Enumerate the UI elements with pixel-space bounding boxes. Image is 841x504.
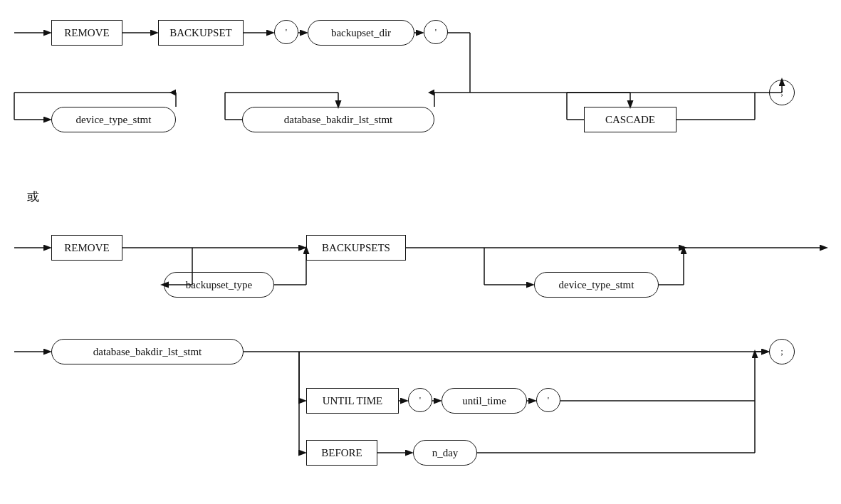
n-day-label: n_day	[432, 447, 459, 459]
backupset-box-1: BACKUPSET	[158, 20, 244, 46]
until-time-value-box: until_time	[442, 388, 527, 414]
backupset-type-box: backupset_type	[164, 272, 274, 298]
n-day-box: n_day	[413, 440, 477, 466]
semicolon-circle-1: ;	[769, 80, 795, 105]
semicolon-circle-2: ;	[769, 339, 795, 364]
backupset-dir-box: backupset_dir	[308, 20, 414, 46]
cascade-box: CASCADE	[584, 107, 677, 132]
until-time-label: UNTIL TIME	[323, 395, 383, 407]
before-box: BEFORE	[306, 440, 377, 466]
diagram-container: REMOVE BACKUPSET ' backupset_dir ' devic…	[0, 0, 841, 504]
database-bakdir-lst-stmt-label-1: database_bakdir_lst_stmt	[284, 114, 392, 126]
cascade-label: CASCADE	[605, 114, 655, 126]
or-label: 或	[27, 189, 39, 205]
or-text: 或	[27, 190, 39, 204]
quote-label-1a: '	[286, 26, 287, 38]
device-type-stmt-box-1: device_type_stmt	[51, 107, 176, 132]
until-time-value-label: until_time	[462, 395, 506, 407]
until-time-box: UNTIL TIME	[306, 388, 399, 414]
arrows-svg	[0, 0, 841, 504]
database-bakdir-lst-stmt-box-2: database_bakdir_lst_stmt	[51, 339, 244, 364]
remove-label-2: REMOVE	[64, 242, 109, 254]
quote-circle-2a: '	[408, 388, 432, 412]
before-label: BEFORE	[321, 447, 362, 459]
quote-circle-1b: '	[424, 20, 448, 44]
device-type-stmt-label-2: device_type_stmt	[559, 279, 634, 291]
quote-circle-2b: '	[536, 388, 560, 412]
quote-circle-1a: '	[274, 20, 298, 44]
remove-box-1: REMOVE	[51, 20, 122, 46]
backupset-type-label: backupset_type	[186, 279, 252, 291]
remove-box-2: REMOVE	[51, 235, 122, 261]
semicolon-label-2: ;	[780, 346, 783, 357]
quote-label-1b: '	[435, 26, 437, 38]
backupsets-label: BACKUPSETS	[322, 242, 390, 254]
semicolon-label-1: ;	[780, 87, 783, 98]
database-bakdir-lst-stmt-box-1: database_bakdir_lst_stmt	[242, 107, 434, 132]
quote-label-2b: '	[548, 394, 549, 406]
backupsets-box: BACKUPSETS	[306, 235, 406, 261]
device-type-stmt-box-2: device_type_stmt	[534, 272, 659, 298]
backupset-dir-label: backupset_dir	[331, 27, 391, 39]
device-type-stmt-label-1: device_type_stmt	[76, 114, 152, 126]
remove-label-1: REMOVE	[64, 27, 109, 39]
backupset-label-1: BACKUPSET	[169, 27, 232, 39]
quote-label-2a: '	[419, 394, 421, 406]
database-bakdir-lst-stmt-label-2: database_bakdir_lst_stmt	[93, 346, 202, 358]
